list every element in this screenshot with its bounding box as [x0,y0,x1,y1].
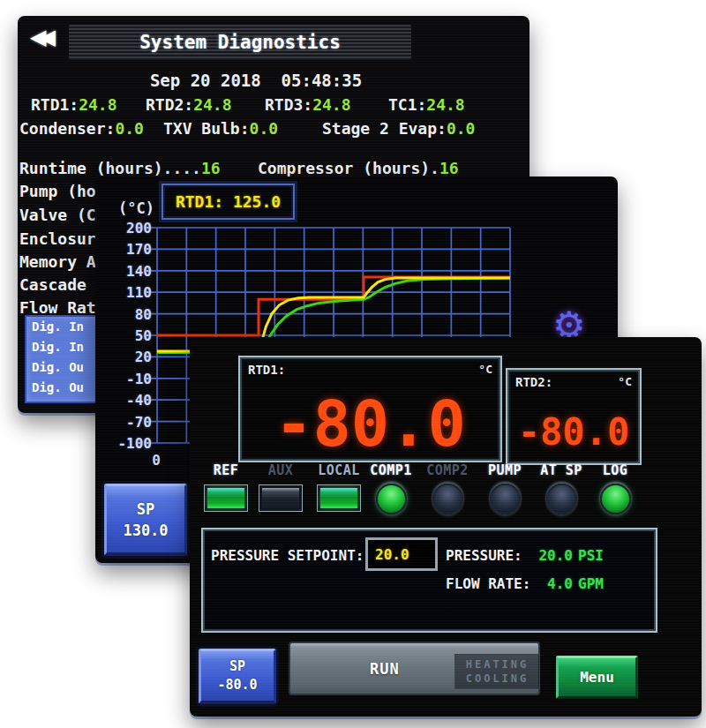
readout-label: Runtime (hours).... [19,159,201,177]
heating-label: HEATING [466,657,530,672]
aux-button-face [262,488,299,508]
flow-rate-label: FLOW RATE: [446,575,530,592]
rtd1-display-unit: °C [478,363,492,376]
counter-row-item: Compressor (hours).16 [258,159,459,177]
pressure-panel: PRESSURE SETPOINT: 20.0 PRESSURE: 20.0 P… [201,528,657,633]
sensor-row-1-item: RTD2:24.8 [146,95,232,114]
title-bar: System Diagnostics [69,25,411,60]
pressure-setpoint-input[interactable]: 20.0 [365,537,438,571]
readout-label: TC1: [388,95,426,114]
x-origin-label: 0 [134,452,161,469]
pressure-label: PRESSURE: [446,547,522,564]
sensor-row-1-item: RTD1:24.8 [31,95,117,114]
readout-label: RTD3: [265,95,312,114]
y-tick-label: 110 [102,284,152,301]
readout-value: 0.0 [115,119,144,138]
readout-label: Condenser: [19,119,115,138]
cooling-label: COOLING [466,672,530,686]
photo-of-three-control-screens: ◀◀ System Diagnostics Sep 20 2018 05:48:… [0,0,706,728]
y-axis-unit-label: (°C) [118,199,154,217]
pressure-unit: PSI [578,547,604,564]
rtd1-readout-text: RTD1: 125.0 [176,192,281,211]
diag-row-1: Valve (C [19,206,96,225]
datetime-text: Sep 20 2018 05:48:35 [71,71,441,90]
y-tick-label: -10 [102,371,152,387]
comp2-led-indicator [432,484,463,514]
sensor-row-2-item: Stage 2 Evap:0.0 [322,119,475,138]
pressure-setpoint-value: 20.0 [375,546,409,563]
readout-value: 24.8 [79,95,116,114]
ref-button-face [207,488,244,508]
y-tick-label: -70 [102,414,152,431]
rtd2-display: RTD2: °C -80.0 [506,368,642,465]
dig-io-item-0[interactable]: Dig. In [26,317,101,337]
dig-io-item-2[interactable]: Dig. Ou [26,357,101,378]
readout-label: Stage 2 Evap: [322,119,447,138]
y-tick-label: 170 [102,241,152,258]
sensor-row-2-item: Condenser:0.0 [19,119,144,138]
page-title: System Diagnostics [139,32,341,53]
rtd1-readout-box: RTD1: 125.0 [161,184,295,220]
log-led-indicator [600,484,631,514]
menu-button[interactable]: Menu [556,656,638,699]
setpoint-button-value: -80.0 [217,676,257,694]
rtd1-display-value: -80.0 [240,392,500,455]
rtd2-display-value: -80.0 [507,414,640,451]
readout-value: 24.8 [312,95,350,114]
counter-row-item: Runtime (hours)....16 [19,159,221,177]
run-button[interactable]: RUN HEATING COOLING [289,642,540,695]
indicator-row: REFAUXLOCALCOMP1COMP2PUMPAT SPLOG [190,462,649,522]
digital-io-list: Dig. InDig. InDig. OuDig. Ou [25,315,102,403]
setpoint-button-trend[interactable]: SP 130.0 [104,484,187,556]
sensor-row-1-item: TC1:24.8 [388,95,465,114]
setpoint-button-main[interactable]: SP -80.0 [199,649,276,704]
menu-button-label: Menu [580,669,614,686]
comp1-led-indicator [376,484,407,514]
pump-led-indicator [490,484,521,514]
readout-value: 24.8 [193,95,231,114]
local-button-face [320,488,357,508]
dig-io-item-1[interactable]: Dig. In [26,337,101,357]
readout-label: Compressor (hours). [258,159,439,177]
ref-button[interactable] [204,484,248,512]
heating-cooling-indicator: HEATING COOLING [454,654,540,689]
at-sp-led-indicator [546,484,577,514]
indicator-log: LOG [582,462,649,514]
counter-row: Runtime (hours)....16Compressor (hours).… [18,159,530,178]
y-tick-label: 140 [102,263,152,280]
y-tick-label: 200 [102,220,152,236]
dig-io-item-3[interactable]: Dig. Ou [26,378,101,398]
control-screen: RTD1: °C -80.0 RTD2: °C -80.0 REFAUXLOCA… [190,337,702,717]
rtd1-display: RTD1: °C -80.0 [238,356,502,462]
y-tick-label: 80 [102,306,152,323]
flow-rate-value: 4.0 [534,575,573,592]
local-button[interactable] [317,484,361,512]
diag-row-3: Memory A [19,252,96,272]
y-tick-label: -100 [102,435,152,452]
sensor-row-1-item: RTD3:24.8 [265,95,351,114]
readout-label: RTD2: [146,95,193,114]
readout-value: 16 [439,159,459,177]
aux-button[interactable] [259,484,303,512]
indicator-label-log: LOG [582,462,649,478]
readout-value: 0.0 [250,119,279,138]
sensor-row-2: Condenser:0.0TXV Bulb:0.0Stage 2 Evap:0.… [18,119,530,139]
sensor-row-2-item: TXV Bulb:0.0 [163,119,278,138]
pressure-setpoint-label: PRESSURE SETPOINT: [211,547,364,564]
diag-row-2: Enclosur [19,229,96,249]
readout-value: 0.0 [447,119,476,138]
readout-label: TXV Bulb: [163,119,250,138]
readout-label: RTD1: [31,95,79,114]
setpoint-button-label: SP [229,657,245,676]
setpoint-button-label: SP [137,499,154,520]
rtd2-display-label: RTD2: [515,375,552,389]
readout-value: 16 [201,159,221,177]
indicator-aux: AUX [247,462,314,512]
rtd1-display-label: RTD1: [248,363,285,377]
pressure-value: 20.0 [534,547,573,564]
indicator-label-aux: AUX [247,462,314,478]
diag-row-4: Cascade [19,275,86,295]
flow-rate-unit: GPM [578,575,604,592]
back-icon[interactable]: ◀◀ [30,25,56,49]
readout-value: 24.8 [426,95,464,114]
